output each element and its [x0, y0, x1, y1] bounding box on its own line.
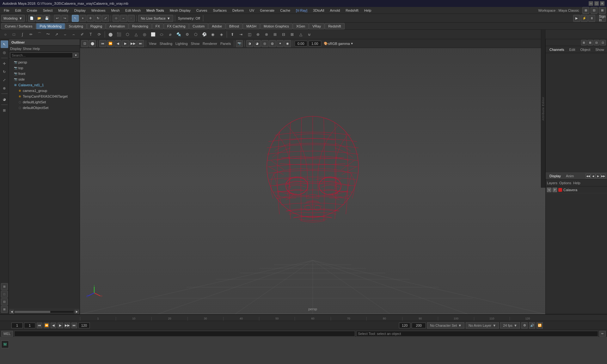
- text-btn[interactable]: T: [87, 30, 95, 39]
- tab-bifrost[interactable]: Bifrost: [226, 23, 242, 29]
- boolean-btn[interactable]: ⊌: [305, 30, 313, 39]
- bevel-btn[interactable]: ◫: [245, 30, 254, 39]
- hscroll-track[interactable]: [15, 311, 74, 313]
- outliner-item-front[interactable]: 📷 front: [9, 71, 80, 76]
- split-btn[interactable]: ⊗: [262, 30, 271, 39]
- superellipse-btn[interactable]: ◉: [209, 30, 217, 39]
- vp-show-menu[interactable]: Show: [190, 42, 201, 46]
- layout-btn2[interactable]: ⊟: [591, 7, 598, 14]
- timeline-track[interactable]: 1 10 20 30 40 50 60 70 80 90 100 110 120: [80, 317, 545, 321]
- layout-btn1[interactable]: ⊞: [582, 7, 589, 14]
- ipr-btn[interactable]: ⚡: [581, 15, 588, 22]
- vp-prev-btn[interactable]: ⏪: [107, 40, 114, 47]
- playback-step-back-btn[interactable]: ⏪: [44, 323, 49, 328]
- no-live-surface[interactable]: No Live Surface ▼: [138, 15, 173, 22]
- tab-adobe[interactable]: Adobe: [208, 23, 225, 29]
- mode-dropdown[interactable]: Modeling ▼: [1, 15, 25, 22]
- sphere-btn[interactable]: ⬤: [106, 30, 114, 39]
- layout-btn3[interactable]: ⊠: [599, 7, 606, 14]
- triangulate-btn[interactable]: △: [297, 30, 305, 39]
- ultra-btn[interactable]: ◈: [217, 30, 225, 39]
- menu-edit-mesh[interactable]: Edit Mesh: [123, 8, 143, 13]
- show-manip-tool[interactable]: ⊞: [1, 106, 8, 114]
- helix-btn[interactable]: ↗: [52, 30, 61, 39]
- menu-uv[interactable]: UV: [247, 8, 257, 13]
- outliner-item-calavera[interactable]: ⊞ Calavera_nd1_1: [9, 82, 80, 88]
- menu-edit[interactable]: Edit: [13, 8, 24, 13]
- tab-custom[interactable]: Custom: [189, 23, 208, 29]
- connect-btn[interactable]: ⊞: [271, 30, 279, 39]
- vp-end-btn[interactable]: ⏭: [137, 40, 144, 47]
- lasso-tool-btn[interactable]: ⌖: [79, 15, 86, 22]
- vp-camera-attrs-btn[interactable]: 📷: [236, 40, 243, 47]
- no-anim-layer-btn[interactable]: No Anim Layer ▼: [466, 322, 499, 329]
- maximize-button[interactable]: □: [594, 1, 599, 6]
- helix2-btn[interactable]: 🔩: [175, 30, 183, 39]
- playback-play-btn[interactable]: ▶: [58, 323, 63, 328]
- pipe-btn[interactable]: ⌀: [166, 30, 174, 39]
- menu-curves[interactable]: Curves: [194, 8, 210, 13]
- tab-sculpting[interactable]: Sculpting: [65, 23, 87, 29]
- outliner-filter-btn[interactable]: ▼: [73, 53, 78, 58]
- tab-object[interactable]: Object: [578, 47, 593, 52]
- outliner-item-default-light-set[interactable]: ◌ defaultLightSet: [9, 99, 80, 105]
- menu-windows[interactable]: Windows: [89, 8, 108, 13]
- tab-rigging[interactable]: Rigging: [87, 23, 106, 29]
- vp-shading5-btn[interactable]: ✦: [277, 40, 284, 47]
- scroll-left-btn[interactable]: ◀: [9, 310, 14, 314]
- vp-step-back-btn[interactable]: ◀: [114, 40, 121, 47]
- rp-end-btn[interactable]: ▶▶: [601, 173, 606, 179]
- undo-btn[interactable]: ↩: [54, 15, 61, 22]
- cylinder-btn[interactable]: ⬡: [123, 30, 132, 39]
- menu-modify[interactable]: Modify: [56, 8, 71, 13]
- menu-select[interactable]: Select: [40, 8, 55, 13]
- tab-xgen[interactable]: XGen: [293, 23, 309, 29]
- view-all-btn[interactable]: ⊞: [1, 283, 8, 290]
- open-scene-btn[interactable]: 📂: [36, 15, 43, 22]
- tab-anim[interactable]: Anim: [563, 173, 576, 179]
- view-single-btn[interactable]: □: [1, 291, 8, 298]
- square-shape-btn[interactable]: □: [10, 30, 18, 39]
- ep-btn[interactable]: ⌢: [70, 30, 78, 39]
- rp-fwd-btn[interactable]: ▶: [596, 173, 601, 179]
- playback-back-btn[interactable]: ◀: [51, 323, 56, 328]
- vp-shading3-btn[interactable]: ◎: [261, 40, 268, 47]
- timeline-anim-end-input[interactable]: [399, 323, 410, 328]
- wave-btn[interactable]: 〜: [44, 30, 52, 39]
- vp-view-menu[interactable]: View: [148, 42, 158, 46]
- tab-mash[interactable]: MASH: [243, 23, 260, 29]
- tab-animation[interactable]: Animation: [106, 23, 128, 29]
- timeline-max-input[interactable]: [412, 323, 426, 328]
- move-tool[interactable]: ✛: [1, 60, 8, 67]
- torus-btn[interactable]: ◎: [140, 30, 149, 39]
- window-controls[interactable]: ─ □ ✕: [589, 1, 604, 6]
- select-tool[interactable]: ↖: [1, 40, 8, 48]
- layer-p-checkbox[interactable]: P: [553, 188, 557, 192]
- tl-loop-btn[interactable]: 🔁: [536, 322, 543, 329]
- plane-btn[interactable]: ⬜: [149, 30, 157, 39]
- menu-file[interactable]: File: [1, 8, 12, 13]
- outliner-item-tempcam[interactable]: ⊛ TempCamF8XASC046Target: [9, 94, 80, 99]
- arc-btn[interactable]: ⌒: [35, 30, 44, 39]
- vp-renderer-menu[interactable]: Renderer: [201, 42, 218, 46]
- pause-render-btn[interactable]: ⏸: [588, 15, 595, 22]
- pencil-btn[interactable]: ✐: [78, 30, 86, 39]
- vp-wireframe-btn[interactable]: ⊡: [81, 40, 88, 47]
- menu-help[interactable]: Help: [362, 8, 374, 13]
- bridge-btn[interactable]: ⇥: [237, 30, 245, 39]
- vp-step-fwd-btn[interactable]: ▶▶: [130, 40, 137, 47]
- close-button[interactable]: ✕: [600, 1, 604, 6]
- outliner-item-persp[interactable]: 📷 persp: [9, 59, 80, 65]
- outliner-menu-display[interactable]: Display: [10, 47, 21, 51]
- outliner-item-side[interactable]: 📷 side: [9, 76, 80, 82]
- tab-channels[interactable]: Channels: [547, 47, 567, 52]
- rp-icon4[interactable]: ⊡: [600, 40, 606, 46]
- outliner-hscroll[interactable]: ◀ ▶: [9, 309, 80, 314]
- soccer-btn[interactable]: ⚽: [200, 30, 208, 39]
- vp-lighting-menu[interactable]: Lighting: [174, 42, 189, 46]
- tab-fx[interactable]: FX: [152, 23, 163, 29]
- tab-display[interactable]: Display: [547, 173, 563, 179]
- vp-shading-menu[interactable]: Shading: [158, 42, 174, 46]
- layers-menu-help[interactable]: Help: [573, 181, 580, 185]
- tab-show[interactable]: Show: [593, 47, 607, 52]
